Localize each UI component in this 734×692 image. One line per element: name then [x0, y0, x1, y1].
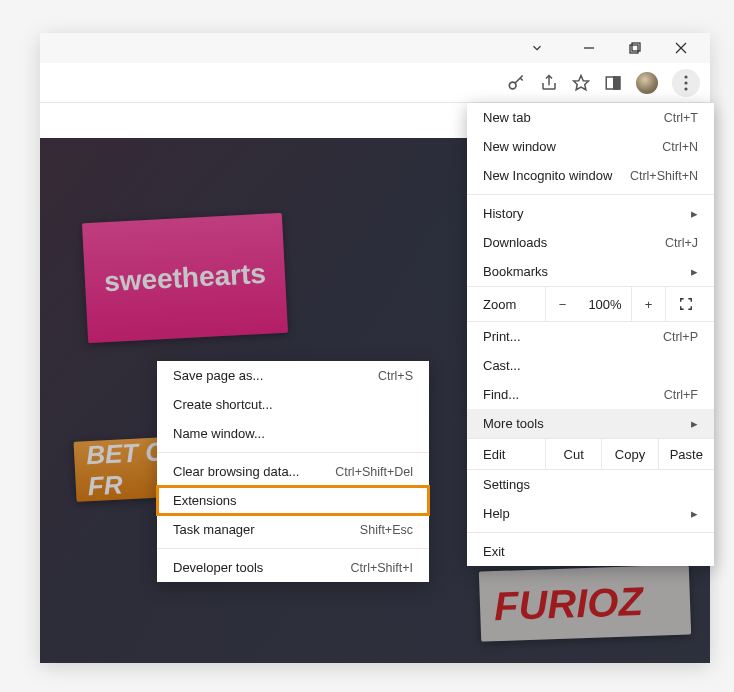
menu-label: Save page as...: [173, 368, 263, 383]
menu-shortcut: Shift+Esc: [360, 523, 413, 537]
menu-item-exit[interactable]: Exit: [467, 537, 714, 566]
menu-shortcut: Ctrl+N: [662, 140, 698, 154]
menu-item-new-incognito[interactable]: New Incognito window Ctrl+Shift+N: [467, 161, 714, 190]
edit-label: Edit: [467, 447, 545, 462]
menu-label: Downloads: [483, 235, 665, 250]
menu-separator: [467, 194, 714, 195]
menu-item-print[interactable]: Print... Ctrl+P: [467, 322, 714, 351]
zoom-out-button[interactable]: −: [545, 287, 579, 321]
menu-label: Find...: [483, 387, 664, 402]
panel-icon[interactable]: [604, 74, 622, 92]
paste-button[interactable]: Paste: [658, 439, 714, 469]
titlebar: [40, 33, 710, 63]
menu-shortcut: Ctrl+Shift+I: [350, 561, 413, 575]
menu-item-help[interactable]: Help ▸: [467, 499, 714, 528]
fullscreen-button[interactable]: [665, 287, 705, 321]
menu-label: Settings: [483, 477, 698, 492]
menu-item-new-tab[interactable]: New tab Ctrl+T: [467, 103, 714, 132]
svg-point-13: [684, 81, 687, 84]
menu-label: New Incognito window: [483, 168, 630, 183]
menu-label: Create shortcut...: [173, 397, 273, 412]
menu-label: Task manager: [173, 522, 255, 537]
menu-label: More tools: [483, 416, 691, 431]
menu-shortcut: Ctrl+F: [664, 388, 698, 402]
submenu-item-task-manager[interactable]: Task manager Shift+Esc: [157, 515, 429, 544]
menu-item-downloads[interactable]: Downloads Ctrl+J: [467, 228, 714, 257]
profile-avatar[interactable]: [636, 72, 658, 94]
menu-separator: [467, 532, 714, 533]
zoom-in-button[interactable]: +: [631, 287, 665, 321]
menu-label: Extensions: [173, 493, 237, 508]
menu-label: Print...: [483, 329, 663, 344]
submenu-item-clear-browsing[interactable]: Clear browsing data... Ctrl+Shift+Del: [157, 457, 429, 486]
chevron-right-icon: ▸: [691, 416, 698, 431]
kebab-menu-button[interactable]: [672, 69, 700, 97]
menu-item-more-tools[interactable]: More tools ▸: [467, 409, 714, 438]
menu-separator: [157, 452, 429, 453]
menu-edit-row: Edit Cut Copy Paste: [467, 438, 714, 470]
svg-marker-9: [574, 75, 589, 89]
submenu-item-save-page[interactable]: Save page as... Ctrl+S: [157, 361, 429, 390]
menu-zoom-row: Zoom − 100% +: [467, 286, 714, 322]
menu-shortcut: Ctrl+Shift+N: [630, 169, 698, 183]
menu-separator: [157, 548, 429, 549]
submenu-item-developer-tools[interactable]: Developer tools Ctrl+Shift+I: [157, 553, 429, 582]
svg-rect-1: [630, 45, 638, 53]
zoom-label: Zoom: [467, 297, 545, 312]
svg-rect-11: [614, 77, 620, 89]
svg-line-7: [520, 78, 523, 81]
svg-point-12: [684, 75, 687, 78]
menu-label: New tab: [483, 110, 664, 125]
svg-rect-2: [632, 43, 640, 51]
menu-item-new-window[interactable]: New window Ctrl+N: [467, 132, 714, 161]
menu-item-settings[interactable]: Settings: [467, 470, 714, 499]
menu-shortcut: Ctrl+Shift+Del: [335, 465, 413, 479]
menu-label: New window: [483, 139, 662, 154]
chevron-right-icon: ▸: [691, 206, 698, 221]
close-button[interactable]: [658, 33, 704, 63]
menu-label: Clear browsing data...: [173, 464, 299, 479]
toolbar: [40, 63, 710, 103]
svg-point-5: [509, 82, 516, 89]
submenu-item-name-window[interactable]: Name window...: [157, 419, 429, 448]
tab-chevron-icon[interactable]: [514, 33, 560, 63]
menu-item-history[interactable]: History ▸: [467, 199, 714, 228]
menu-item-cast[interactable]: Cast...: [467, 351, 714, 380]
menu-label: Cast...: [483, 358, 698, 373]
menu-shortcut: Ctrl+P: [663, 330, 698, 344]
menu-label: Bookmarks: [483, 264, 691, 279]
star-icon[interactable]: [572, 74, 590, 92]
maximize-button[interactable]: [612, 33, 658, 63]
menu-shortcut: Ctrl+T: [664, 111, 698, 125]
zoom-value: 100%: [579, 297, 631, 312]
menu-label: Name window...: [173, 426, 265, 441]
submenu-item-extensions[interactable]: Extensions: [157, 486, 429, 515]
svg-point-14: [684, 87, 687, 90]
cut-button[interactable]: Cut: [545, 439, 601, 469]
chrome-main-menu: New tab Ctrl+T New window Ctrl+N New Inc…: [467, 103, 714, 566]
menu-label: Help: [483, 506, 691, 521]
chevron-right-icon: ▸: [691, 264, 698, 279]
share-icon[interactable]: [540, 74, 558, 92]
copy-button[interactable]: Copy: [601, 439, 657, 469]
menu-item-bookmarks[interactable]: Bookmarks ▸: [467, 257, 714, 286]
menu-shortcut: Ctrl+S: [378, 369, 413, 383]
menu-item-find[interactable]: Find... Ctrl+F: [467, 380, 714, 409]
menu-label: Developer tools: [173, 560, 263, 575]
menu-label: Exit: [483, 544, 698, 559]
key-icon[interactable]: [506, 73, 526, 93]
menu-label: History: [483, 206, 691, 221]
more-tools-submenu: Save page as... Ctrl+S Create shortcut..…: [157, 361, 429, 582]
minimize-button[interactable]: [566, 33, 612, 63]
chevron-right-icon: ▸: [691, 506, 698, 521]
submenu-item-create-shortcut[interactable]: Create shortcut...: [157, 390, 429, 419]
menu-shortcut: Ctrl+J: [665, 236, 698, 250]
